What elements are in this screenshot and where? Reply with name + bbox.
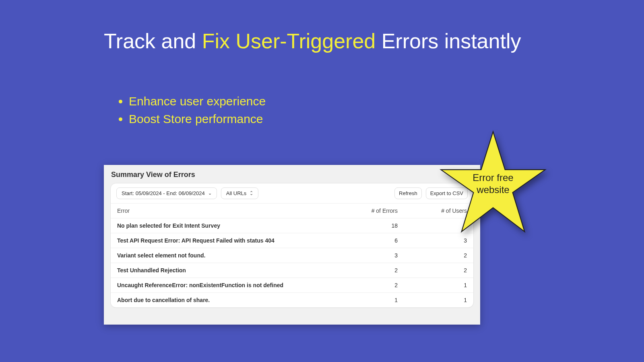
panel-title: Summary View of Errors [104, 165, 480, 183]
user-count-cell: 1 [404, 278, 473, 293]
star-icon [439, 130, 547, 238]
error-count-cell: 18 [335, 218, 404, 233]
bullet-item: Boost Store performance [129, 110, 266, 128]
bullet-item: Enhance user experience [129, 93, 266, 110]
error-message-cell: Abort due to cancellation of share. [111, 293, 335, 308]
headline-accent: Fix User-Triggered [202, 29, 376, 53]
feature-bullets: Enhance user experience Boost Store perf… [117, 93, 266, 128]
error-table: Error # of Errors # of Users No plan sel… [111, 203, 473, 307]
error-message-cell: Test Unhandled Rejection [111, 263, 335, 278]
toolbar: Start: 05/09/2024 - End: 06/09/2024 ⌄ Al… [111, 183, 473, 203]
col-error[interactable]: Error [111, 204, 335, 218]
error-message-cell: Test API Request Error: API Request Fail… [111, 233, 335, 248]
date-range-label: Start: 05/09/2024 - End: 06/09/2024 [122, 190, 205, 196]
error-table-card: Start: 05/09/2024 - End: 06/09/2024 ⌄ Al… [110, 183, 474, 308]
error-message-cell: Variant select element not found. [111, 248, 335, 263]
error-count-cell: 2 [335, 278, 404, 293]
error-message-cell: Uncaught ReferenceError: nonExistentFunc… [111, 278, 335, 293]
error-count-cell: 3 [335, 248, 404, 263]
table-row[interactable]: Test Unhandled Rejection22 [111, 263, 473, 278]
table-header-row: Error # of Errors # of Users [111, 204, 473, 218]
svg-marker-0 [441, 132, 545, 231]
headline-post: Errors instantly [376, 29, 521, 53]
error-summary-panel: Summary View of Errors Start: 05/09/2024… [104, 165, 480, 325]
error-count-cell: 6 [335, 233, 404, 248]
error-message-cell: No plan selected for Exit Intent Survey [111, 218, 335, 233]
date-range-picker[interactable]: Start: 05/09/2024 - End: 06/09/2024 ⌄ [116, 187, 217, 199]
table-row[interactable]: Variant select element not found.32 [111, 248, 473, 263]
headline-pre: Track and [104, 29, 202, 53]
url-filter-label: All URLs [226, 190, 247, 196]
error-count-cell: 2 [335, 263, 404, 278]
table-row[interactable]: No plan selected for Exit Intent Survey1… [111, 218, 473, 233]
table-row[interactable]: Abort due to cancellation of share.11 [111, 293, 473, 308]
select-updown-icon [250, 191, 253, 196]
table-row[interactable]: Test API Request Error: API Request Fail… [111, 233, 473, 248]
refresh-button[interactable]: Refresh [394, 187, 422, 199]
error-count-cell: 1 [335, 293, 404, 308]
table-row[interactable]: Uncaught ReferenceError: nonExistentFunc… [111, 278, 473, 293]
col-count[interactable]: # of Errors [335, 204, 404, 218]
headline: Track and Fix User-Triggered Errors inst… [104, 28, 526, 54]
user-count-cell: 2 [404, 263, 473, 278]
url-filter-select[interactable]: All URLs [221, 187, 259, 199]
star-badge: Error free website [439, 130, 547, 238]
user-count-cell: 1 [404, 293, 473, 308]
user-count-cell: 2 [404, 248, 473, 263]
chevron-down-icon: ⌄ [208, 191, 212, 196]
